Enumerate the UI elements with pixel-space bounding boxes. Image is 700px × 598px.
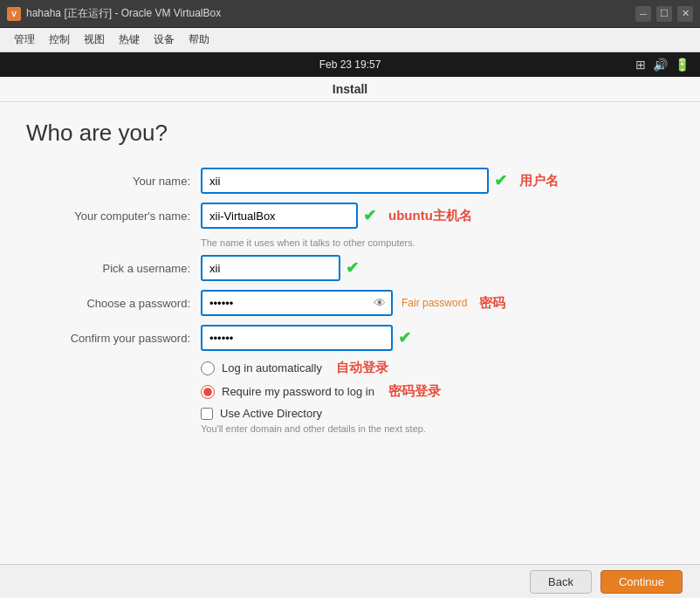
statusbar-right: ⊞ 🔊 🔋 [463, 58, 690, 72]
your-name-label: Your name: [26, 175, 201, 188]
minimize-button[interactable]: ─ [635, 6, 651, 22]
vm-top-statusbar: Feb 23 19:57 ⊞ 🔊 🔋 [0, 52, 700, 77]
volume-icon: 🔊 [653, 58, 668, 72]
page-heading: Who are you? [26, 120, 674, 147]
app-icon: V [7, 7, 21, 21]
your-name-input[interactable] [201, 168, 489, 194]
active-dir-hint: You'll enter domain and other details in… [201, 423, 674, 434]
menu-devices[interactable]: 设备 [147, 30, 182, 50]
password-login-radio[interactable] [201, 385, 215, 399]
your-name-row: Your name: ✔ 用户名 [26, 168, 674, 194]
confirm-password-row: Confirm your password: ✔ [26, 325, 674, 351]
back-button[interactable]: Back [530, 570, 592, 594]
computer-name-check-icon: ✔ [363, 206, 376, 225]
password-field-wrap: 👁 [201, 290, 393, 316]
computer-name-input[interactable] [201, 203, 358, 229]
menu-view[interactable]: 视图 [77, 30, 112, 50]
install-label: Install [333, 82, 367, 96]
login-options-section: Log in automatically 自动登录 Require my pas… [201, 360, 674, 400]
password-annotation: 密码 [479, 295, 505, 312]
password-input[interactable] [201, 290, 393, 316]
computer-name-input-wrap: ✔ ubuntu主机名 [201, 203, 674, 229]
password-label: Choose a password: [26, 297, 201, 310]
your-name-check-icon: ✔ [494, 171, 507, 190]
password-login-annotation: 密码登录 [388, 383, 441, 400]
statusbar-datetime: Feb 23 19:57 [237, 58, 463, 71]
network-icon: ⊞ [635, 58, 646, 72]
password-input-wrap: 👁 Fair password 密码 [201, 290, 674, 316]
auto-login-annotation: 自动登录 [336, 360, 388, 376]
window-title: hahaha [正在运行] - Oracle VM VirtualBox [26, 6, 635, 21]
eye-icon[interactable]: 👁 [374, 296, 386, 310]
confirm-password-input-wrap: ✔ [201, 325, 674, 351]
installer-content: Who are you? Your name: ✔ 用户名 Your compu… [0, 102, 700, 564]
your-name-input-wrap: ✔ 用户名 [201, 168, 674, 194]
username-input[interactable] [201, 255, 340, 281]
username-check-icon: ✔ [346, 258, 359, 278]
active-dir-label[interactable]: Use Active Directory [220, 407, 322, 420]
active-dir-section: Use Active Directory [201, 407, 674, 420]
close-button[interactable]: ✕ [677, 6, 693, 22]
menu-control[interactable]: 控制 [42, 30, 77, 50]
password-strength-label: Fair password [401, 297, 467, 309]
hostname-annotation: ubuntu主机名 [388, 208, 472, 224]
computer-name-hint: The name it uses when it talks to other … [201, 237, 674, 248]
maximize-button[interactable]: ☐ [656, 6, 672, 22]
active-dir-checkbox[interactable] [201, 408, 213, 420]
installer-topbar: Install [0, 77, 700, 102]
continue-button[interactable]: Continue [600, 570, 683, 594]
installer-bottom-bar: Back Continue [0, 564, 700, 598]
window-titlebar: V hahaha [正在运行] - Oracle VM VirtualBox ─… [0, 0, 700, 28]
username-label: Pick a username: [26, 262, 201, 275]
active-dir-row: Use Active Directory [201, 407, 674, 420]
confirm-password-label: Confirm your password: [26, 332, 201, 345]
auto-login-label[interactable]: Log in automatically [222, 361, 322, 375]
computer-name-label: Your computer's name: [26, 210, 201, 223]
menu-help[interactable]: 帮助 [182, 30, 216, 50]
username-row: Pick a username: ✔ [26, 255, 674, 281]
username-annotation: 用户名 [519, 173, 559, 189]
menubar: 管理 控制 视图 热键 设备 帮助 [0, 28, 700, 52]
password-login-label[interactable]: Require my password to log in [222, 385, 374, 398]
auto-login-radio[interactable] [201, 361, 215, 375]
username-input-wrap: ✔ [201, 255, 674, 281]
password-row: Choose a password: 👁 Fair password 密码 [26, 290, 674, 316]
computer-name-row: Your computer's name: ✔ ubuntu主机名 [26, 203, 674, 229]
confirm-password-input[interactable] [201, 325, 393, 351]
window-controls: ─ ☐ ✕ [635, 6, 693, 22]
auto-login-row: Log in automatically 自动登录 [201, 360, 674, 376]
confirm-password-check-icon: ✔ [398, 328, 411, 347]
battery-icon: 🔋 [675, 58, 690, 72]
menu-hotkeys[interactable]: 热键 [112, 30, 147, 50]
menu-manage[interactable]: 管理 [7, 30, 42, 50]
password-login-row: Require my password to log in 密码登录 [201, 383, 674, 400]
